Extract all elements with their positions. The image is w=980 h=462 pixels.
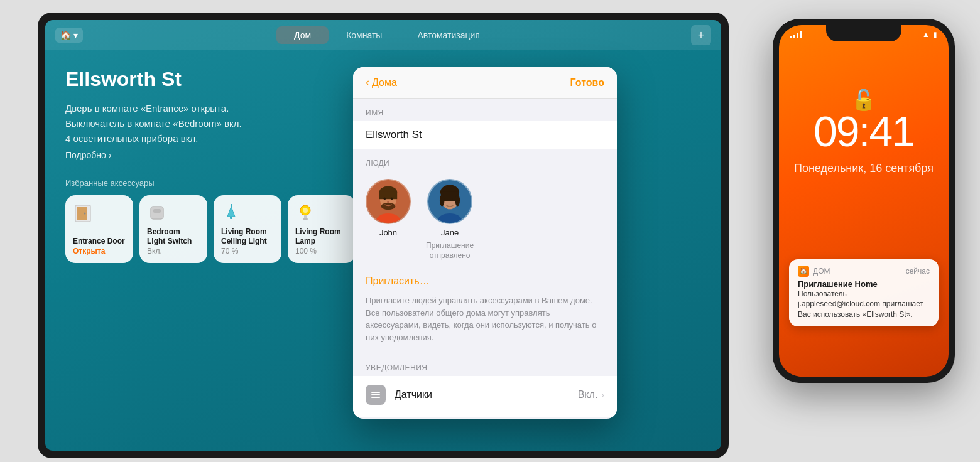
svg-point-19 [391,197,393,200]
accessory-entrance-door[interactable]: Entrance Door Открыта [65,195,133,263]
svg-point-20 [387,201,389,203]
jane-status: Приглашениеотправлено [426,241,474,261]
tab-dom[interactable]: Дом [276,26,329,44]
notification-time: сейчас [906,267,930,276]
notification-row-datchiki[interactable]: Датчики Вкл. › [353,376,617,414]
back-chevron-icon: ‹ [366,76,369,89]
datchiki-chevron-icon: › [601,390,604,400]
person-jane[interactable]: Jane Приглашениеотправлено [426,179,474,261]
signal-bar-2 [793,35,795,38]
tablet-topbar: 🏠 ▾ Дом Комнаты Автоматизация + [45,20,721,50]
modal-panel: ‹ Дома Готово ИМЯ ЛЮДИ [353,67,617,419]
modal-header: ‹ Дома Готово [353,67,617,99]
details-link[interactable]: Подробно [65,150,111,160]
name-field [353,121,617,149]
signal-bar-4 [800,31,802,38]
battery-icon: ▮ [933,30,937,39]
svg-rect-30 [371,392,380,393]
svg-point-28 [445,198,447,201]
name-input[interactable] [366,129,604,141]
svg-rect-15 [379,192,397,199]
signal-bar-1 [790,36,792,38]
people-section: John [353,171,617,268]
name-section-label: ИМЯ [353,99,617,121]
notification-title: Приглашение Home [798,279,930,289]
svg-rect-32 [371,397,380,398]
svg-point-26 [455,195,460,207]
svg-point-29 [452,198,455,201]
svg-rect-6 [230,217,232,219]
modal-back-label: Дома [372,77,397,89]
people-section-label: ЛЮДИ [353,149,617,171]
accessory-living-room-ceiling[interactable]: Living RoomCeiling Light 70 % [214,195,281,263]
phone-status-icons: ▲ ▮ [922,30,937,39]
phone-date: Понедельник, 16 сентября [779,162,949,175]
topbar-tabs: Дом Комнаты Автоматизация [276,26,498,44]
svg-marker-5 [227,207,235,217]
tab-avtomatizaciya[interactable]: Автоматизация [400,26,497,44]
entrance-door-status: Открыта [73,247,126,255]
lamp-icon [295,203,348,226]
accessory-living-room-lamp[interactable]: Living RoomLamp 100 % [288,195,356,263]
tablet: 🏠 ▾ Дом Комнаты Автоматизация + Ellswort… [38,13,729,458]
notification-app-row: 🏠 ДОМ [798,266,830,277]
datchiki-icon [366,385,386,405]
notification-app-icon: 🏠 [798,266,809,277]
topbar-left: 🏠 ▾ [55,28,83,43]
notification-top-row: 🏠 ДОМ сейчас [798,266,930,277]
datchiki-name: Датчики [395,389,578,400]
ceiling-light-icon [221,203,274,226]
svg-point-18 [383,197,386,200]
ceiling-light-name: Living RoomCeiling Light [221,227,274,247]
lamp-name: Living RoomLamp [295,227,348,247]
phone-notification[interactable]: 🏠 ДОМ сейчас Приглашение Home Пользовате… [789,259,939,326]
invite-link[interactable]: Пригласить… [353,268,617,294]
john-avatar [366,179,411,224]
phone: ▲ ▮ 🔓 09:41 Понедельник, 16 сентября 🏠 Д… [773,19,955,383]
svg-point-16 [381,203,396,210]
ceiling-light-status: 70 % [221,247,274,255]
tab-komnaty[interactable]: Комнаты [329,26,400,44]
home-icon-button[interactable]: 🏠 ▾ [55,28,83,43]
tablet-screen: 🏠 ▾ Дом Комнаты Автоматизация + Ellswort… [45,20,721,451]
people-row: John [366,179,604,261]
notifications-section-label: УВЕДОМЛЕНИЯ [353,353,617,376]
signal-bar-3 [797,33,798,38]
svg-point-11 [303,208,308,213]
bedroom-switch-name: BedroomLight Switch [147,227,200,247]
svg-rect-31 [371,394,380,395]
notification-body: Пользователь j.appleseed@icloud.com приг… [798,289,930,320]
entrance-door-name: Entrance Door [73,237,126,247]
modal-done-button[interactable]: Готово [570,77,604,89]
phone-time: 09:41 [779,107,949,156]
phone-status-bar: ▲ ▮ [779,30,949,39]
modal-back-button[interactable]: ‹ Дома [366,76,397,89]
invite-description: Пригласите людей управлять аксессуарами … [353,294,617,353]
entrance-door-icon [73,203,126,226]
svg-point-25 [440,195,445,207]
notification-app-name: ДОМ [813,267,830,276]
modal-body: ИМЯ ЛЮДИ [353,99,617,417]
wifi-icon: ▲ [922,30,930,39]
jane-avatar [427,179,472,224]
svg-point-10 [303,218,308,220]
datchiki-value: Вкл. [578,389,598,400]
person-john[interactable]: John [366,179,411,261]
phone-screen: ▲ ▮ 🔓 09:41 Понедельник, 16 сентября 🏠 Д… [779,25,949,377]
home-icon: 🏠 [60,30,71,40]
john-name: John [379,228,397,237]
svg-rect-4 [153,209,161,213]
add-button[interactable]: + [691,25,711,45]
bedroom-switch-status: Вкл. [147,247,200,255]
signal-bars [790,31,802,38]
accessory-bedroom-light-switch[interactable]: BedroomLight Switch Вкл. [139,195,207,263]
chevron-down-icon: ▾ [74,30,78,40]
lamp-status: 100 % [295,247,348,255]
notification-row-doors[interactable]: Двери и замки Вкл. › [353,414,617,417]
bedroom-switch-icon [147,203,200,226]
svg-point-2 [84,213,86,215]
jane-name: Jane [441,228,459,237]
